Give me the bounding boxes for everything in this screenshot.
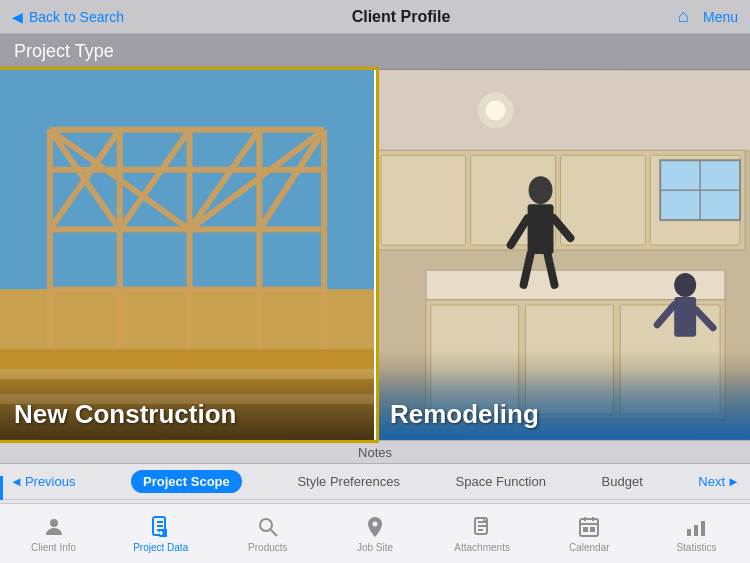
remodeling-label: Remodeling	[390, 399, 539, 430]
previous-arrow-icon: ◄	[10, 474, 23, 489]
budget-step[interactable]: Budget	[602, 474, 643, 489]
bottom-tab-bar: Client Info Project Data Products Job Si…	[0, 503, 750, 563]
svg-point-56	[260, 519, 272, 531]
svg-point-27	[486, 100, 506, 120]
svg-point-53	[50, 519, 58, 527]
svg-rect-25	[376, 70, 750, 150]
svg-rect-30	[381, 155, 466, 245]
tab-project-data[interactable]: Project Data	[107, 515, 214, 553]
style-preferences-step[interactable]: Style Preferences	[297, 474, 400, 489]
tab-project-data-label: Project Data	[133, 542, 188, 553]
new-construction-label: New Construction	[14, 399, 236, 430]
space-function-step[interactable]: Space Function	[456, 474, 546, 489]
svg-rect-32	[561, 155, 646, 245]
search-icon	[256, 515, 280, 539]
home-icon[interactable]: ⌂	[678, 6, 689, 27]
tab-attachments-label: Attachments	[454, 542, 510, 553]
svg-rect-60	[580, 519, 598, 536]
top-nav-bar: ◀ Back to Search Client Profile ⌂ Menu	[0, 0, 750, 34]
svg-point-48	[674, 273, 696, 297]
tab-client-info[interactable]: Client Info	[0, 515, 107, 553]
svg-point-58	[372, 521, 377, 526]
next-label: Next	[698, 474, 725, 489]
clip-icon	[470, 515, 494, 539]
location-icon	[363, 515, 387, 539]
card-label-overlay-remodeling: Remodeling	[376, 370, 750, 440]
svg-rect-68	[701, 521, 705, 536]
previous-button[interactable]: ◄ Previous	[10, 474, 75, 489]
back-arrow-icon: ◀	[12, 9, 23, 25]
new-construction-card[interactable]: New Construction	[0, 70, 376, 440]
tab-job-site-label: Job Site	[357, 542, 393, 553]
svg-rect-43	[528, 204, 554, 254]
section-title: Project Type	[14, 41, 114, 62]
tab-attachments[interactable]: Attachments	[429, 515, 536, 553]
tab-calendar-label: Calendar	[569, 542, 610, 553]
tab-products[interactable]: Products	[214, 515, 321, 553]
menu-button[interactable]: Menu	[703, 9, 738, 25]
svg-line-57	[271, 530, 277, 536]
step-navigation-bar: ◄ Previous Project Scope Style Preferenc…	[0, 464, 750, 500]
svg-rect-65	[591, 528, 594, 531]
project-cards-area: New Construction	[0, 70, 750, 440]
project-scope-step[interactable]: Project Scope	[131, 470, 242, 493]
svg-rect-49	[674, 297, 696, 337]
document-icon	[149, 515, 173, 539]
tab-statistics[interactable]: Statistics	[643, 515, 750, 553]
page-title: Client Profile	[352, 8, 451, 26]
nav-right-group: ⌂ Menu	[678, 6, 738, 27]
notes-bar: Notes	[0, 440, 750, 464]
tab-job-site[interactable]: Job Site	[321, 515, 428, 553]
chart-icon	[684, 515, 708, 539]
tab-products-label: Products	[248, 542, 287, 553]
back-button[interactable]: ◀ Back to Search	[12, 9, 124, 25]
svg-point-42	[529, 176, 553, 204]
section-header: Project Type	[0, 34, 750, 70]
tab-calendar[interactable]: Calendar	[536, 515, 643, 553]
next-arrow-icon: ►	[727, 474, 740, 489]
remodeling-card[interactable]: Remodeling	[376, 70, 750, 440]
svg-rect-67	[694, 525, 698, 536]
svg-rect-66	[687, 529, 691, 536]
tab-statistics-label: Statistics	[676, 542, 716, 553]
tab-client-info-label: Client Info	[31, 542, 76, 553]
person-icon	[42, 515, 66, 539]
blue-accent-bar	[0, 476, 3, 500]
card-label-overlay: New Construction	[0, 370, 374, 440]
svg-rect-64	[584, 528, 587, 531]
calendar-icon	[577, 515, 601, 539]
back-label: Back to Search	[29, 9, 124, 25]
notes-label: Notes	[358, 445, 392, 460]
previous-label: Previous	[25, 474, 76, 489]
svg-rect-22	[0, 349, 374, 369]
next-button[interactable]: Next ►	[698, 474, 740, 489]
